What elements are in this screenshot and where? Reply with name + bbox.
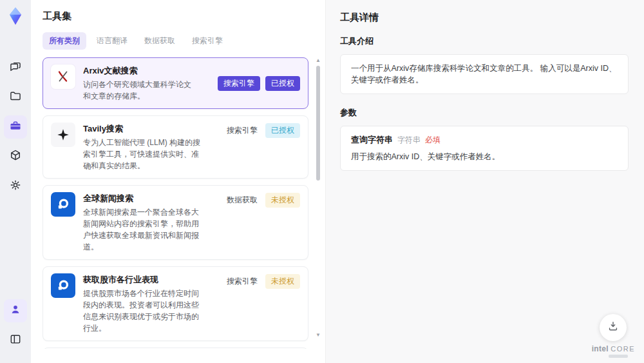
panel-icon bbox=[9, 333, 22, 348]
sidebar-item-files[interactable] bbox=[4, 86, 27, 109]
tool-card-tavily[interactable]: Tavily搜索 专为人工智能代理 (LLM) 构建的搜索引擎工具，可快速提供实… bbox=[43, 115, 308, 179]
toolbox-icon bbox=[9, 119, 22, 135]
tool-card-most-active-stocks[interactable]: 获取市场最活跃股票信息 提供当天交易量最高的股票列表。投资者可以利用这些信息来识… bbox=[43, 348, 308, 349]
app-logo-icon bbox=[6, 6, 25, 26]
intro-heading: 工具介绍 bbox=[340, 35, 629, 47]
brand-sub-mark bbox=[609, 355, 628, 358]
tool-name: 获取股市各行业表现 bbox=[83, 273, 222, 286]
download-icon bbox=[607, 320, 620, 335]
tool-name: Tavily搜索 bbox=[83, 123, 222, 135]
details-title: 工具详情 bbox=[340, 12, 629, 24]
tools-list: Arxiv文献搜索 访问各个研究领域大量科学论文和文章的存储库。 搜索引擎 已授… bbox=[43, 57, 308, 349]
parameter-box: 查询字符串 字符串 必填 用于搜索的Arxiv ID、关键字或作者姓名。 bbox=[340, 126, 629, 171]
tool-intro-text: 一个用于从Arxiv存储库搜索科学论文和文章的工具。 输入可以是Arxiv ID… bbox=[351, 64, 617, 84]
arxiv-logo-icon bbox=[51, 64, 75, 89]
brand-name: intel bbox=[592, 344, 609, 353]
download-button[interactable] bbox=[600, 314, 627, 341]
auth-status-badge: 未授权 bbox=[265, 274, 300, 289]
gear-icon bbox=[9, 179, 22, 194]
auth-status-badge: 未授权 bbox=[265, 193, 300, 208]
news-logo-icon bbox=[51, 192, 75, 217]
sidebar-item-tools[interactable] bbox=[4, 115, 27, 139]
folder-icon bbox=[9, 90, 22, 105]
sidebar-item-packages[interactable] bbox=[4, 145, 27, 168]
tool-details-panel: 工具详情 工具介绍 一个用于从Arxiv存储库搜索科学论文和文章的工具。 输入可… bbox=[325, 0, 644, 363]
tool-description: 专为人工智能代理 (LLM) 构建的搜索引擎工具，可快速提供实时、准确和真实的结… bbox=[83, 137, 222, 172]
sidebar-item-collapse[interactable] bbox=[4, 329, 27, 352]
intel-core-logo: intel CORE bbox=[592, 345, 635, 358]
scroll-up-arrow-icon[interactable]: ▲ bbox=[315, 57, 321, 64]
tab-data-fetching[interactable]: 数据获取 bbox=[138, 32, 182, 50]
tool-description: 全球新闻搜索是一个聚合全球各大新闻网站内容的搜索引擎，帮助用户快速获取全球最新资… bbox=[83, 206, 222, 253]
scrollbar-thumb[interactable] bbox=[316, 66, 320, 181]
auth-status-badge: 已授权 bbox=[265, 123, 300, 138]
category-badge: 搜索引擎 bbox=[218, 76, 260, 91]
category-tabs: 所有类别 语言翻译 数据获取 搜索引擎 bbox=[43, 32, 325, 50]
tool-intro-box: 一个用于从Arxiv存储库搜索科学论文和文章的工具。 输入可以是Arxiv ID… bbox=[340, 54, 629, 94]
news-logo-icon bbox=[51, 273, 75, 298]
tool-name: 全球新闻搜索 bbox=[83, 192, 222, 204]
tool-card-global-news[interactable]: 全球新闻搜索 全球新闻搜索是一个聚合全球各大新闻网站内容的搜索引擎，帮助用户快速… bbox=[43, 185, 308, 260]
category-label: 数据获取 bbox=[227, 195, 258, 206]
sidebar-item-chat[interactable] bbox=[4, 56, 27, 79]
app-window: 工具集 所有类别 语言翻译 数据获取 搜索引擎 bbox=[0, 0, 644, 363]
user-icon bbox=[9, 303, 22, 319]
cube-icon bbox=[9, 149, 22, 164]
tool-description: 访问各个研究领域大量科学论文和文章的存储库。 bbox=[83, 79, 213, 102]
tools-scrollbar: ▲ ▼ bbox=[315, 57, 321, 349]
tool-card-arxiv[interactable]: Arxiv文献搜索 访问各个研究领域大量科学论文和文章的存储库。 搜索引擎 已授… bbox=[43, 57, 308, 109]
chat-icon bbox=[9, 60, 22, 75]
brand-product: CORE bbox=[611, 345, 635, 353]
tool-name: Arxiv文献搜索 bbox=[83, 64, 213, 77]
floating-corner: intel CORE bbox=[592, 314, 635, 358]
auth-status-badge: 已授权 bbox=[265, 76, 300, 91]
sidebar-item-account[interactable] bbox=[4, 299, 27, 322]
tab-all-categories[interactable]: 所有类别 bbox=[43, 32, 86, 50]
param-type: 字符串 bbox=[397, 134, 421, 146]
sidebar-item-settings[interactable] bbox=[4, 175, 27, 198]
tools-list-panel: 工具集 所有类别 语言翻译 数据获取 搜索引擎 bbox=[31, 0, 325, 363]
param-description: 用于搜索的Arxiv ID、关键字或作者姓名。 bbox=[351, 151, 618, 162]
tool-description: 提供股票市场各个行业在特定时间段内的表现。投资者可以利用这些信息来识别表现优于或… bbox=[83, 288, 222, 334]
params-heading: 参数 bbox=[340, 107, 629, 119]
left-rail bbox=[0, 0, 31, 363]
tavily-star-icon bbox=[51, 123, 75, 147]
page-title: 工具集 bbox=[43, 10, 325, 23]
tab-language-translation[interactable]: 语言翻译 bbox=[90, 32, 134, 50]
tools-scroll-area: Arxiv文献搜索 访问各个研究领域大量科学论文和文章的存储库。 搜索引擎 已授… bbox=[43, 57, 325, 349]
param-name: 查询字符串 bbox=[351, 134, 393, 146]
tool-card-sector-performance[interactable]: 获取股市各行业表现 提供股票市场各个行业在特定时间段内的表现。投资者可以利用这些… bbox=[43, 266, 308, 341]
category-label: 搜索引擎 bbox=[227, 125, 258, 136]
tab-search-engine[interactable]: 搜索引擎 bbox=[185, 32, 229, 50]
scroll-down-arrow-icon[interactable]: ▼ bbox=[315, 332, 321, 338]
param-required-flag: 必填 bbox=[425, 134, 440, 146]
category-label: 搜索引擎 bbox=[227, 276, 258, 287]
